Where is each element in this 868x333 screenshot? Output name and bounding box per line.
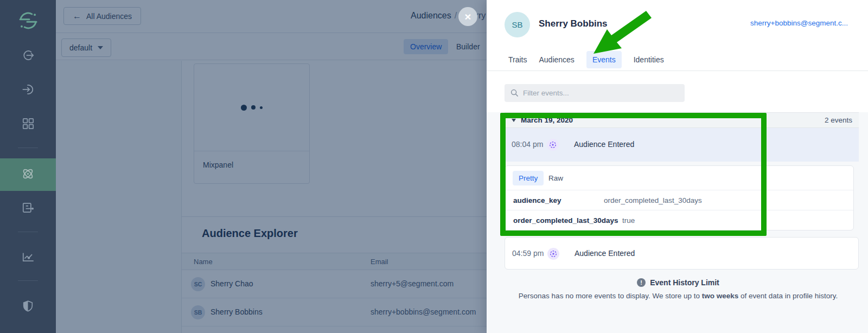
profile-drawer: SB Sherry Bobbins sherry+bobbins@segment… — [487, 0, 868, 333]
events-tab-content: March 19, 2020 2 events 08:04 pm Audienc… — [487, 71, 868, 333]
sidebar-item-privacy[interactable] — [0, 291, 56, 323]
sidebar-divider — [18, 148, 38, 148]
detail-row: order_completed_last_30days true — [505, 210, 853, 230]
event-group-count: 2 events — [825, 116, 852, 124]
event-time: 04:59 pm — [512, 249, 544, 258]
tab-identities[interactable]: Identities — [634, 55, 664, 64]
notice-body: Personas has no more events to display. … — [505, 292, 852, 300]
event-name: Audience Entered — [574, 140, 634, 149]
tab-raw[interactable]: Raw — [548, 174, 563, 182]
sidebar-item-home[interactable] — [0, 5, 56, 38]
tab-pretty[interactable]: Pretty — [513, 171, 544, 185]
profile-avatar: SB — [505, 12, 530, 37]
close-drawer-button[interactable]: × — [458, 7, 477, 26]
sidebar-item-personas[interactable] — [0, 158, 56, 191]
catalog-grid-icon — [21, 117, 35, 133]
sidebar-item-destinations[interactable] — [0, 74, 56, 107]
collapse-caret-icon — [512, 119, 516, 122]
detail-value: order_completed_last_30days — [604, 196, 702, 204]
sidebar-item-sources[interactable] — [0, 40, 56, 73]
destinations-icon — [21, 82, 35, 99]
event-group-header[interactable]: March 19, 2020 2 events — [505, 112, 859, 128]
filter-events-input[interactable] — [523, 84, 680, 102]
sidebar-divider — [18, 232, 38, 232]
detail-value: true — [622, 216, 635, 225]
personas-atom-icon — [21, 166, 35, 183]
alert-icon: ! — [637, 278, 646, 287]
profile-email-link[interactable]: sherry+bobbins@segment.c... — [750, 19, 848, 27]
tab-events[interactable]: Events — [586, 51, 622, 68]
detail-key: order_completed_last_30days — [513, 216, 618, 225]
modal-backdrop[interactable] — [56, 0, 487, 333]
event-history-notice: ! Event History Limit Personas has no mo… — [505, 278, 852, 300]
tab-audiences[interactable]: Audiences — [539, 55, 574, 64]
segment-logo-icon — [18, 10, 39, 33]
notice-title: Event History Limit — [650, 278, 719, 287]
event-time: 08:04 pm — [512, 140, 543, 149]
sidebar-item-catalog[interactable] — [0, 108, 56, 141]
analytics-chart-icon — [21, 250, 35, 266]
event-search-box — [505, 84, 685, 102]
search-icon — [510, 89, 519, 97]
event-row-collapsed[interactable]: 04:59 pm Audience Entered — [505, 237, 859, 270]
audience-target-icon — [547, 248, 559, 260]
event-row-expanded[interactable]: 08:04 pm Audience Entered — [505, 128, 859, 162]
detail-key: audience_key — [513, 196, 561, 204]
app-sidebar — [0, 0, 56, 333]
event-name: Audience Entered — [575, 249, 635, 258]
journeys-icon — [21, 201, 35, 217]
close-icon: × — [464, 10, 471, 23]
detail-view-tabs: Pretty Raw — [505, 166, 853, 190]
profile-tabs: Traits Audiences Events Identities — [508, 49, 664, 71]
privacy-shield-icon — [21, 299, 35, 315]
sidebar-item-journeys[interactable] — [0, 193, 56, 225]
sources-icon — [21, 48, 35, 65]
tab-traits[interactable]: Traits — [508, 55, 527, 64]
profile-name: Sherry Bobbins — [539, 18, 608, 29]
app-window: ← All Audiences Audiences/Sherry default… — [0, 0, 868, 333]
sidebar-item-analytics[interactable] — [0, 242, 56, 274]
event-group-date: March 19, 2020 — [521, 116, 573, 124]
sidebar-divider — [18, 280, 38, 281]
event-detail-card: Pretty Raw audience_key order_completed_… — [505, 165, 854, 230]
detail-row: audience_key order_completed_last_30days — [505, 190, 853, 210]
audience-target-icon — [547, 139, 559, 151]
